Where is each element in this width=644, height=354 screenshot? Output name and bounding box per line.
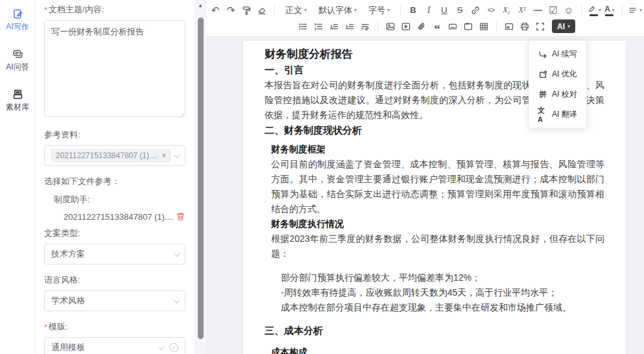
strikethrough-button[interactable]: S: [452, 3, 468, 18]
caret-down-icon: ▾: [567, 23, 570, 29]
caret-down-icon: ▾: [387, 7, 390, 13]
ordered-list-button[interactable]: [311, 19, 326, 34]
menu-item-ai-proofread[interactable]: 拼 AI 校对: [529, 84, 586, 104]
clear-format-eraser-button[interactable]: [254, 3, 270, 18]
caret-down-icon: ▾: [304, 7, 307, 13]
undo-button[interactable]: ↶: [208, 3, 223, 18]
style-value: 学术风格: [51, 295, 85, 307]
alignment-button[interactable]: ▾: [627, 3, 643, 18]
tag-close-icon[interactable]: ×: [161, 152, 166, 159]
divider-button[interactable]: [445, 19, 460, 34]
font-color-bar: [605, 14, 614, 16]
list-item: -周转效率有待提高，应收账款周转天数为45天，高于行业平均水平；: [281, 285, 604, 300]
section-heading: 三、成本分析: [265, 323, 604, 338]
reference-label: 参考资料:: [44, 129, 185, 141]
topic-label: * 文档主题/内容:: [44, 4, 185, 16]
chevron-down-icon: [158, 344, 165, 350]
fullscreen-button[interactable]: [532, 19, 548, 34]
document-edit-icon: [12, 8, 23, 19]
sidebar-item-label: AI写作: [6, 21, 29, 32]
link-button[interactable]: [468, 3, 483, 18]
highlight-color-bar: [590, 14, 598, 16]
toolbar-separator: [400, 5, 401, 15]
template-label: * 模版:: [44, 321, 185, 333]
insert-table-button[interactable]: [476, 19, 492, 34]
translate-icon: 文A: [538, 110, 547, 119]
topic-input[interactable]: 写一份财务制度分析报告: [44, 20, 185, 117]
chevron-down-icon: [174, 250, 180, 257]
indent-button[interactable]: [342, 19, 357, 34]
delete-file-icon[interactable]: [176, 211, 185, 222]
toolbar-separator: [622, 5, 623, 15]
writing-settings-panel: * 文档主题/内容: 写一份财务制度分析报告 参考资料: 20211227151…: [36, 0, 195, 354]
doc-type-value: 技术方案: [51, 248, 85, 260]
template-value: 通用模板: [51, 342, 85, 353]
italic-button[interactable]: I: [421, 3, 436, 18]
outdent-button[interactable]: [326, 19, 342, 34]
paragraph-style-select[interactable]: 正文▾: [280, 5, 313, 16]
insert-video-button[interactable]: [398, 19, 414, 34]
toolbar-separator: [496, 21, 497, 31]
sidebar-item-ai-qa[interactable]: AI问答: [6, 48, 29, 73]
underline-button[interactable]: U: [436, 3, 452, 18]
redo-button[interactable]: ↷: [223, 3, 239, 18]
code-block-button[interactable]: [460, 19, 476, 34]
optimize-icon: [538, 69, 547, 79]
sidebar-item-label: 素材库: [6, 102, 29, 113]
menu-item-ai-translate[interactable]: 文A AI 翻译: [529, 104, 586, 124]
font-size-select[interactable]: 字号▾: [363, 5, 396, 16]
menu-item-ai-optimize[interactable]: AI 优化: [529, 64, 586, 84]
style-label: 语言风格:: [44, 274, 185, 286]
menu-item-label: AI 优化: [552, 69, 577, 80]
bullet-list-button[interactable]: [295, 19, 311, 34]
check-circle-icon: ✓: [169, 343, 178, 352]
caret-down-icon: ▾: [612, 7, 615, 13]
caret-down-icon: ▾: [599, 7, 601, 13]
subscript-button[interactable]: X₂: [499, 3, 514, 18]
reference-tag: 2021122715133847807 (1).... ×: [51, 149, 171, 162]
highlight-color-button[interactable]: ▾: [586, 3, 602, 18]
scrollbar-thumb[interactable]: [198, 18, 204, 339]
blockquote-button[interactable]: “: [429, 19, 445, 34]
font-color-button[interactable]: A ▾: [602, 3, 617, 18]
doc-type-select[interactable]: 技术方案: [44, 244, 185, 265]
style-select[interactable]: 学术风格: [44, 290, 185, 311]
menu-item-label: AI 校对: [552, 89, 577, 100]
ai-dropdown-menu: AI 续写 AI 优化 拼 AI 校对 文A AI 翻译: [529, 40, 587, 128]
doc-type-label: 文案类型:: [44, 228, 185, 239]
insert-image-button[interactable]: [383, 19, 398, 34]
format-painter-button[interactable]: [239, 3, 254, 18]
scroll-up-arrow-icon[interactable]: ▲: [195, 3, 206, 8]
text-wrap-button[interactable]: [357, 19, 373, 34]
horizontal-rule-button[interactable]: [530, 3, 545, 18]
file-section-label: 选择如下文件参考：: [44, 176, 185, 187]
paragraph: 根据2023年前三季度的财务数据，公司整体财务制度执行情况良好，但存在以下问题：: [271, 231, 604, 261]
bold-button[interactable]: B: [405, 3, 421, 18]
attachment-button[interactable]: [414, 19, 429, 34]
toolbar-separator: [274, 5, 275, 15]
font-family-select[interactable]: 默认字体▾: [313, 5, 363, 16]
sidebar-item-ai-writing[interactable]: AI写作: [6, 8, 29, 32]
ai-menu-button[interactable]: AI ▾: [552, 19, 575, 33]
required-asterisk: *: [44, 322, 47, 332]
toolbar-separator: [581, 5, 582, 15]
inline-code-button[interactable]: <>: [483, 3, 499, 18]
required-asterisk: *: [44, 5, 47, 15]
menu-item-label: AI 翻译: [552, 109, 577, 120]
chevron-down-icon: [174, 297, 180, 303]
library-icon: [12, 88, 23, 100]
superscript-button[interactable]: X²: [514, 3, 530, 18]
panel-embed-button[interactable]: [501, 19, 517, 34]
emoji-button[interactable]: ☺: [561, 3, 577, 18]
sidebar-item-label: AI问答: [6, 62, 29, 73]
app-window: AI写作 AI问答 素材库: [0, 0, 644, 354]
reference-select[interactable]: 2021122715133847807 (1).... ×: [44, 145, 185, 166]
sidebar-item-material-library[interactable]: 素材库: [6, 88, 29, 113]
reference-file-name: 2021122715133847807 (1)....: [64, 212, 174, 222]
template-select[interactable]: 通用模板 ✓: [44, 337, 185, 354]
print-button[interactable]: [517, 19, 532, 34]
menu-item-ai-continue[interactable]: AI 续写: [529, 44, 586, 64]
panel-scrollbar[interactable]: ▲: [195, 0, 206, 354]
task-list-button[interactable]: ☑: [545, 3, 561, 18]
toolbar-separator: [377, 21, 378, 31]
